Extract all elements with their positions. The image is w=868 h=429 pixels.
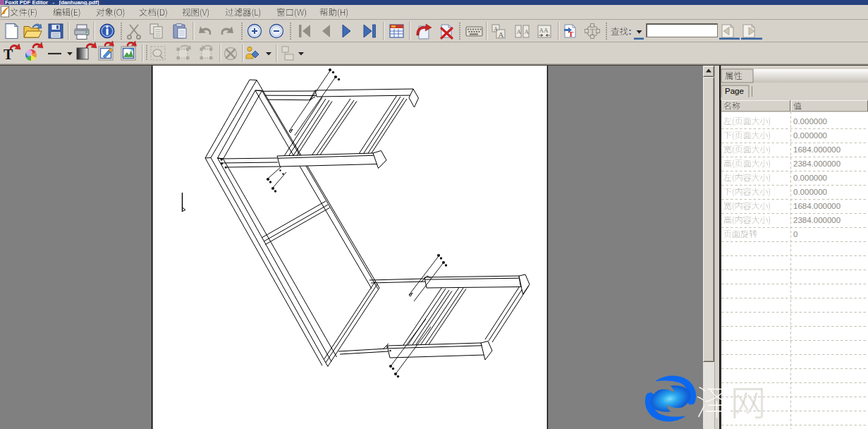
- svg-text:T: T: [4, 47, 13, 62]
- svg-text::: :: [629, 27, 632, 37]
- svg-text:1684.000000: 1684.000000: [793, 202, 841, 210]
- svg-text:Page: Page: [725, 87, 744, 95]
- svg-text:AA: AA: [539, 27, 549, 34]
- svg-text:0.000000: 0.000000: [793, 131, 827, 140]
- svg-text:0.000000: 0.000000: [793, 188, 827, 196]
- svg-text:2384.000000: 2384.000000: [793, 159, 841, 168]
- svg-text:A: A: [517, 28, 522, 35]
- svg-text:T: T: [590, 27, 596, 37]
- svg-text:1684.000000: 1684.000000: [793, 145, 841, 154]
- svg-text:0.000000: 0.000000: [793, 117, 827, 126]
- svg-text:A: A: [499, 30, 504, 39]
- svg-text:0.000000: 0.000000: [793, 174, 827, 182]
- svg-text:A: A: [525, 28, 530, 35]
- svg-text:T: T: [568, 30, 574, 38]
- svg-text:0: 0: [793, 230, 797, 238]
- svg-text:2384.000000: 2384.000000: [793, 216, 841, 224]
